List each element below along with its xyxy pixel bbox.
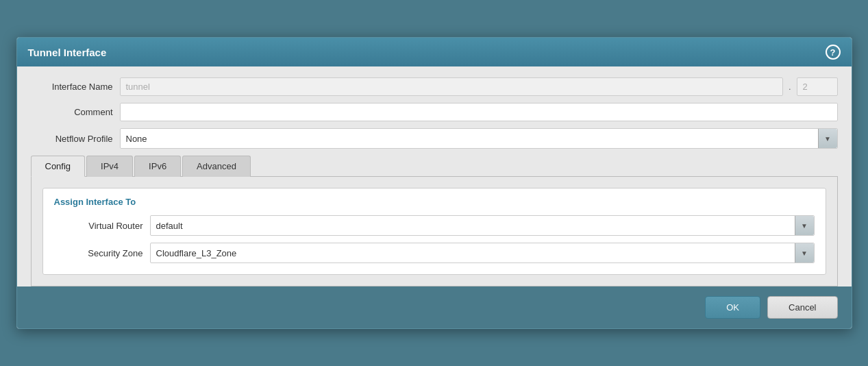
- security-zone-select[interactable]: Cloudflare_L3_Zone: [150, 243, 815, 263]
- dialog-header: Tunnel Interface ?: [17, 38, 852, 66]
- security-zone-field: Cloudflare_L3_Zone: [150, 243, 815, 263]
- netflow-profile-row: Netflow Profile None: [31, 128, 838, 149]
- virtual-router-dropdown-arrow[interactable]: [795, 216, 814, 235]
- interface-name-number: 2: [797, 77, 838, 96]
- virtual-router-row: Virtual Router default: [54, 215, 815, 236]
- help-icon[interactable]: ?: [826, 45, 841, 60]
- netflow-profile-label: Netflow Profile: [31, 134, 120, 144]
- tunnel-interface-dialog: Tunnel Interface ? Interface Name tunnel…: [16, 37, 852, 329]
- comment-field: [120, 103, 838, 121]
- dialog-footer: OK Cancel: [17, 286, 852, 328]
- tab-config[interactable]: Config: [31, 156, 86, 177]
- interface-name-label: Interface Name: [31, 82, 120, 92]
- security-zone-dropdown-arrow[interactable]: [795, 243, 814, 263]
- comment-label: Comment: [31, 107, 120, 117]
- security-zone-label: Security Zone: [54, 248, 150, 258]
- interface-name-row: Interface Name tunnel . 2: [31, 77, 838, 96]
- virtual-router-value: default: [151, 217, 795, 234]
- virtual-router-field: default: [150, 215, 815, 236]
- tab-ipv4[interactable]: IPv4: [86, 156, 133, 177]
- assign-interface-title: Assign Interface To: [54, 197, 815, 207]
- tab-advanced[interactable]: Advanced: [182, 156, 251, 177]
- virtual-router-select[interactable]: default: [150, 215, 815, 236]
- netflow-profile-value: None: [121, 130, 818, 147]
- cancel-button[interactable]: Cancel: [767, 296, 837, 319]
- interface-name-field-group: tunnel . 2: [120, 77, 838, 96]
- netflow-profile-field: None: [120, 128, 838, 149]
- netflow-profile-select[interactable]: None: [120, 128, 838, 149]
- interface-name-text: tunnel: [120, 77, 783, 96]
- assign-interface-section: Assign Interface To Virtual Router defau…: [42, 188, 826, 275]
- tab-content-config: Assign Interface To Virtual Router defau…: [31, 176, 838, 286]
- tab-ipv6[interactable]: IPv6: [134, 156, 181, 177]
- ok-button[interactable]: OK: [705, 296, 760, 319]
- comment-row: Comment: [31, 103, 838, 121]
- virtual-router-label: Virtual Router: [54, 221, 150, 231]
- tabs-container: Config IPv4 IPv6 Advanced: [31, 156, 838, 177]
- interface-name-dot: .: [783, 82, 797, 92]
- security-zone-row: Security Zone Cloudflare_L3_Zone: [54, 243, 815, 263]
- comment-input[interactable]: [120, 103, 838, 121]
- netflow-profile-dropdown-arrow[interactable]: [818, 129, 837, 148]
- security-zone-value: Cloudflare_L3_Zone: [151, 245, 795, 262]
- dialog-title: Tunnel Interface: [28, 47, 107, 58]
- dialog-body: Interface Name tunnel . 2 Comment Netflo…: [17, 66, 852, 286]
